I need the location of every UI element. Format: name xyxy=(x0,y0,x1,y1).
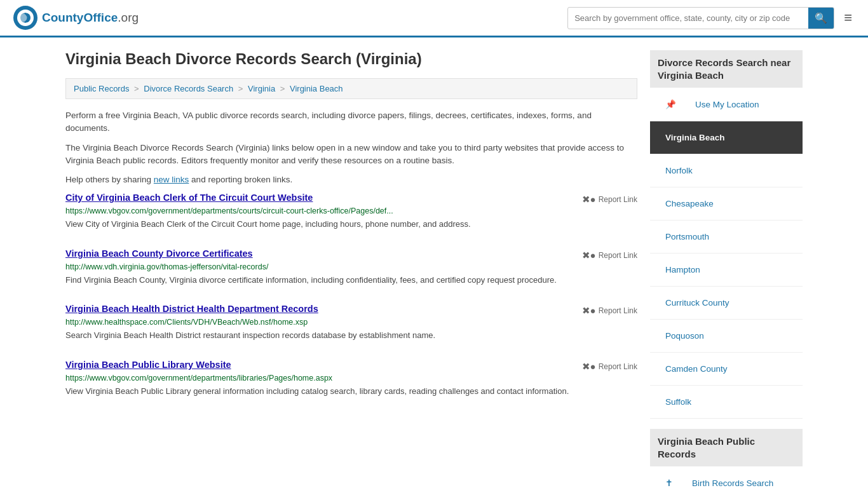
sidebar-item-birth-records[interactable]: ✝ Birth Records Search xyxy=(650,466,803,488)
result-item-3: Virginia Beach Health District Health De… xyxy=(65,304,637,344)
sidebar-public-records: Virginia Beach Public Records ✝ Birth Re… xyxy=(650,429,803,488)
sidebar-item-virginia-beach[interactable]: Virginia Beach xyxy=(650,121,803,154)
result-title-3[interactable]: Virginia Beach Health District Health De… xyxy=(65,304,318,314)
sidebar-item-currituck[interactable]: Currituck County xyxy=(650,287,803,320)
logo-area: CountyOffice.org xyxy=(13,5,139,30)
result-desc-1: View City of Virginia Beach Clerk of the… xyxy=(65,218,637,231)
report-icon-2: ✖● xyxy=(582,250,596,261)
result-url-4: https://www.vbgov.com/government/departm… xyxy=(65,374,637,383)
camden-label: Camden County xyxy=(658,358,735,379)
chesapeake-label: Chesapeake xyxy=(658,193,721,214)
sidebar-item-suffolk[interactable]: Suffolk xyxy=(650,386,803,419)
use-location-label: Use My Location xyxy=(688,94,767,115)
header: CountyOffice.org 🔍 ≡ xyxy=(0,0,868,37)
result-desc-3: Search Virginia Beach Health District re… xyxy=(65,329,637,342)
breadcrumb-public-records[interactable]: Public Records xyxy=(74,84,129,93)
sidebar-item-norfolk[interactable]: Norfolk xyxy=(650,154,803,187)
report-label-3: Report Link xyxy=(599,306,637,315)
result-desc-2: Find Virginia Beach County, Virginia div… xyxy=(65,274,637,287)
breadcrumb-sep-3: > xyxy=(280,84,287,93)
page-title: Virginia Beach Divorce Records Search (V… xyxy=(65,50,637,68)
sidebar-item-poquoson[interactable]: Poquoson xyxy=(650,320,803,353)
result-title-1[interactable]: City of Virginia Beach Clerk of The Circ… xyxy=(65,193,313,203)
sidebar-item-hampton[interactable]: Hampton xyxy=(650,254,803,287)
main-content: Virginia Beach Divorce Records Search (V… xyxy=(65,50,637,488)
report-icon-4: ✖● xyxy=(582,361,596,372)
result-title-4[interactable]: Virginia Beach Public Library Website xyxy=(65,360,231,370)
report-icon-1: ✖● xyxy=(582,194,596,205)
result-item-2: Virginia Beach County Divorce Certificat… xyxy=(65,248,637,289)
page-container: Virginia Beach Divorce Records Search (V… xyxy=(53,37,815,488)
sidebar-item-portsmouth[interactable]: Portsmouth xyxy=(650,220,803,254)
sidebar-nearby-list: 📌 Use My Location Virginia Beach Norfolk… xyxy=(650,88,803,419)
sidebar-use-location[interactable]: 📌 Use My Location xyxy=(650,88,803,121)
suffolk-label: Suffolk xyxy=(658,391,699,412)
virginia-beach-label: Virginia Beach xyxy=(658,127,733,148)
report-link-4[interactable]: ✖● Report Link xyxy=(582,361,637,372)
sidebar-item-chesapeake[interactable]: Chesapeake xyxy=(650,187,803,220)
result-url-1: https://www.vbgov.com/government/departm… xyxy=(65,207,637,215)
sidebar-nearby-title: Divorce Records Search near Virginia Bea… xyxy=(650,50,803,88)
hampton-label: Hampton xyxy=(658,259,708,280)
norfolk-label: Norfolk xyxy=(658,160,700,181)
report-link-2[interactable]: ✖● Report Link xyxy=(582,250,637,261)
description-3-suffix: and reporting broken links. xyxy=(189,175,292,184)
sidebar-public-records-title: Virginia Beach Public Records xyxy=(650,429,803,466)
search-icon: 🔍 xyxy=(815,13,827,24)
result-item-4: Virginia Beach Public Library Website ✖●… xyxy=(65,360,637,400)
report-label-1: Report Link xyxy=(599,195,637,204)
sidebar-public-records-list: ✝ Birth Records Search ✚ Death Records S… xyxy=(650,466,803,488)
search-bar: 🔍 xyxy=(567,7,834,29)
report-label-2: Report Link xyxy=(599,251,637,260)
logo-icon xyxy=(13,5,38,30)
result-item-1: City of Virginia Beach Clerk of The Circ… xyxy=(65,193,637,233)
description-1: Perform a free Virginia Beach, VA public… xyxy=(65,109,637,135)
report-icon-3: ✖● xyxy=(582,305,596,316)
birth-icon: ✝ xyxy=(658,472,681,488)
description-3: Help others by sharing new links and rep… xyxy=(65,173,637,186)
sidebar-item-camden[interactable]: Camden County xyxy=(650,353,803,386)
result-url-3: http://www.healthspace.com/Clients/VDH/V… xyxy=(65,318,637,327)
report-link-1[interactable]: ✖● Report Link xyxy=(582,194,637,205)
location-pin-icon: 📌 xyxy=(658,93,684,115)
currituck-label: Currituck County xyxy=(658,292,737,313)
search-button[interactable]: 🔍 xyxy=(808,8,834,29)
logo-text: CountyOffice.org xyxy=(42,11,139,25)
description-2: The Virginia Beach Divorce Records Searc… xyxy=(65,142,637,168)
breadcrumb-sep-2: > xyxy=(238,84,245,93)
report-label-4: Report Link xyxy=(599,362,637,371)
result-title-2[interactable]: Virginia Beach County Divorce Certificat… xyxy=(65,248,253,259)
new-links-link[interactable]: new links xyxy=(154,175,189,184)
result-desc-4: View Virginia Beach Public Library gener… xyxy=(65,385,637,398)
breadcrumb-virginia-beach[interactable]: Virginia Beach xyxy=(290,84,343,93)
breadcrumb-virginia[interactable]: Virginia xyxy=(248,84,275,93)
description-3-prefix: Help others by sharing xyxy=(65,175,154,184)
search-input[interactable] xyxy=(568,9,808,27)
sidebar: Divorce Records Search near Virginia Bea… xyxy=(650,50,803,488)
poquoson-label: Poquoson xyxy=(658,325,712,346)
birth-records-label: Birth Records Search xyxy=(684,473,781,489)
breadcrumb-divorce-records[interactable]: Divorce Records Search xyxy=(144,84,233,93)
menu-icon[interactable]: ≡ xyxy=(841,6,855,29)
portsmouth-label: Portsmouth xyxy=(658,226,717,247)
breadcrumb-sep-1: > xyxy=(134,84,141,93)
result-url-2: http://www.vdh.virginia.gov/thomas-jeffe… xyxy=(65,262,637,271)
header-right: 🔍 ≡ xyxy=(567,6,855,29)
breadcrumb: Public Records > Divorce Records Search … xyxy=(65,78,637,99)
report-link-3[interactable]: ✖● Report Link xyxy=(582,305,637,316)
